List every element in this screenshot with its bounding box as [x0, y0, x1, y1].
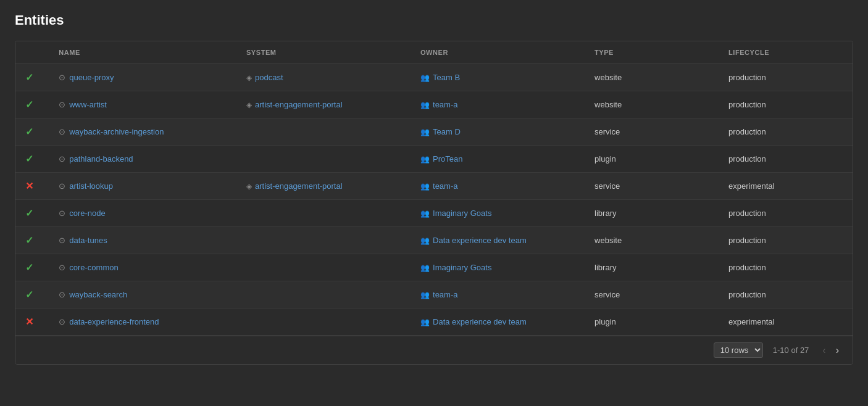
- entity-icon: ⊙: [59, 100, 65, 109]
- type-text: service: [595, 181, 620, 191]
- entity-name-link[interactable]: ⊙data-tunes: [59, 236, 227, 245]
- col-header-name: NAME: [49, 41, 236, 64]
- table-row[interactable]: ✓⊙wayback-search👥team-aserviceproduction: [15, 281, 853, 309]
- type-text: service: [595, 127, 620, 136]
- entity-name-text: data-experience-frontend: [69, 317, 159, 326]
- status-cell: ✓: [15, 64, 49, 91]
- col-header-status: [15, 41, 49, 64]
- status-check-icon: ✓: [25, 72, 33, 83]
- name-cell: ⊙wayback-archive-ingestion: [49, 118, 236, 146]
- page-container: Entities NAME SYSTEM OWNER TYPE LIFECYCL…: [0, 0, 868, 377]
- status-cell: ✕: [15, 309, 49, 336]
- owner-icon: 👥: [420, 318, 430, 326]
- status-cell: ✓: [15, 254, 49, 281]
- type-cell: service: [585, 118, 719, 146]
- entity-name-text: queue-proxy: [69, 73, 114, 82]
- lifecycle-cell: production: [719, 254, 853, 281]
- status-cell: ✓: [15, 91, 49, 118]
- name-cell: ⊙data-tunes: [49, 227, 236, 254]
- type-text: website: [595, 73, 622, 82]
- entity-name-text: artist-lookup: [69, 181, 113, 191]
- owner-link[interactable]: 👥Data experience dev team: [420, 317, 575, 326]
- owner-link[interactable]: 👥team-a: [420, 290, 575, 299]
- lifecycle-text: production: [728, 236, 766, 245]
- owner-icon: 👥: [420, 236, 430, 245]
- system-link[interactable]: ◈podcast: [246, 73, 401, 82]
- lifecycle-cell: production: [719, 118, 853, 146]
- pagination-info: 1-10 of 27: [773, 346, 809, 355]
- owner-cell: 👥team-a: [411, 173, 585, 200]
- entity-name-link[interactable]: ⊙queue-proxy: [59, 73, 227, 82]
- system-cell: ◈podcast: [236, 64, 411, 91]
- entity-name-link[interactable]: ⊙pathland-backend: [59, 154, 227, 164]
- system-name-text: artist-engagement-portal: [255, 100, 343, 109]
- entity-name-link[interactable]: ⊙www-artist: [59, 100, 227, 109]
- table-row[interactable]: ✓⊙data-tunes👥Data experience dev teamweb…: [15, 227, 853, 254]
- status-check-icon: ✓: [25, 99, 33, 110]
- status-error-icon: ✕: [25, 317, 33, 327]
- rows-per-page-select[interactable]: 5 rows 10 rows 20 rows 50 rows: [714, 342, 763, 358]
- owner-cell: 👥team-a: [411, 91, 585, 118]
- entity-icon: ⊙: [59, 154, 65, 164]
- entity-name-link[interactable]: ⊙core-common: [59, 263, 227, 272]
- owner-cell: 👥Data experience dev team: [411, 227, 585, 254]
- table-row[interactable]: ✓⊙pathland-backend👥ProTeanpluginproducti…: [15, 146, 853, 173]
- owner-link[interactable]: 👥Imaginary Goats: [420, 263, 575, 272]
- owner-icon: 👥: [420, 182, 430, 191]
- table-row[interactable]: ✕⊙data-experience-frontend👥Data experien…: [15, 309, 853, 336]
- col-header-system: SYSTEM: [236, 41, 411, 64]
- entity-icon: ⊙: [59, 209, 65, 218]
- table-row[interactable]: ✓⊙core-common👥Imaginary Goatslibraryprod…: [15, 254, 853, 281]
- type-text: website: [595, 236, 622, 245]
- table-row[interactable]: ✓⊙core-node👥Imaginary Goatslibraryproduc…: [15, 200, 853, 227]
- type-cell: website: [585, 91, 719, 118]
- entity-name-text: www-artist: [69, 100, 107, 109]
- system-icon: ◈: [246, 73, 252, 82]
- next-page-button[interactable]: ›: [832, 343, 843, 358]
- system-cell: [236, 227, 411, 254]
- owner-link[interactable]: 👥Imaginary Goats: [420, 209, 575, 218]
- lifecycle-cell: production: [719, 91, 853, 118]
- type-text: website: [595, 100, 622, 109]
- status-cell: ✓: [15, 146, 49, 173]
- system-link[interactable]: ◈artist-engagement-portal: [246, 181, 401, 191]
- status-check-icon: ✓: [25, 154, 33, 164]
- name-cell: ⊙queue-proxy: [49, 64, 236, 91]
- lifecycle-cell: production: [719, 227, 853, 254]
- owner-link[interactable]: 👥team-a: [420, 100, 575, 109]
- entity-name-link[interactable]: ⊙wayback-archive-ingestion: [59, 127, 227, 136]
- entity-name-text: wayback-archive-ingestion: [69, 127, 164, 136]
- entity-icon: ⊙: [59, 317, 65, 326]
- entity-name-link[interactable]: ⊙data-experience-frontend: [59, 317, 227, 326]
- col-header-owner: OWNER: [411, 41, 585, 64]
- lifecycle-text: production: [728, 73, 766, 82]
- status-cell: ✓: [15, 200, 49, 227]
- table-row[interactable]: ✓⊙wayback-archive-ingestion👥Team Dservic…: [15, 118, 853, 146]
- type-cell: service: [585, 281, 719, 309]
- lifecycle-text: experimental: [728, 181, 774, 191]
- owner-cell: 👥Imaginary Goats: [411, 200, 585, 227]
- system-link[interactable]: ◈artist-engagement-portal: [246, 100, 401, 109]
- table-row[interactable]: ✓⊙queue-proxy◈podcast👥Team Bwebsiteprodu…: [15, 64, 853, 91]
- name-cell: ⊙core-node: [49, 200, 236, 227]
- entity-name-link[interactable]: ⊙artist-lookup: [59, 181, 227, 191]
- entity-name-link[interactable]: ⊙wayback-search: [59, 290, 227, 299]
- table-row[interactable]: ✓⊙www-artist◈artist-engagement-portal👥te…: [15, 91, 853, 118]
- status-cell: ✓: [15, 118, 49, 146]
- owner-link[interactable]: 👥Data experience dev team: [420, 236, 575, 245]
- owner-cell: 👥team-a: [411, 281, 585, 309]
- table-row[interactable]: ✕⊙artist-lookup◈artist-engagement-portal…: [15, 173, 853, 200]
- owner-cell: 👥Imaginary Goats: [411, 254, 585, 281]
- owner-link[interactable]: 👥team-a: [420, 181, 575, 191]
- owner-link[interactable]: 👥Team B: [420, 73, 575, 82]
- type-text: plugin: [595, 317, 616, 326]
- name-cell: ⊙www-artist: [49, 91, 236, 118]
- lifecycle-text: production: [728, 127, 766, 136]
- entity-name-link[interactable]: ⊙core-node: [59, 209, 227, 218]
- owner-link[interactable]: 👥Team D: [420, 127, 575, 136]
- type-text: service: [595, 290, 620, 299]
- entity-icon: ⊙: [59, 73, 65, 82]
- owner-link[interactable]: 👥ProTean: [420, 154, 575, 164]
- name-cell: ⊙wayback-search: [49, 281, 236, 309]
- prev-page-button[interactable]: ‹: [819, 343, 829, 358]
